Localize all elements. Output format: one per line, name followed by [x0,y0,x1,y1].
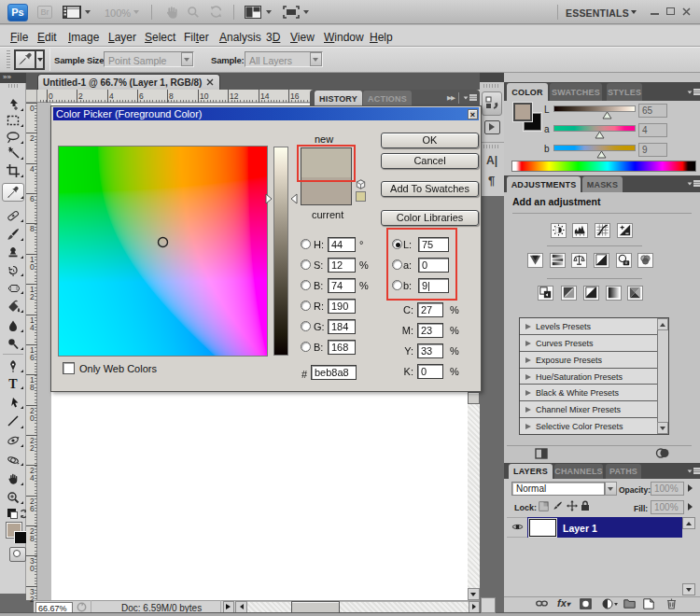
svg-text:T: T [8,377,18,390]
